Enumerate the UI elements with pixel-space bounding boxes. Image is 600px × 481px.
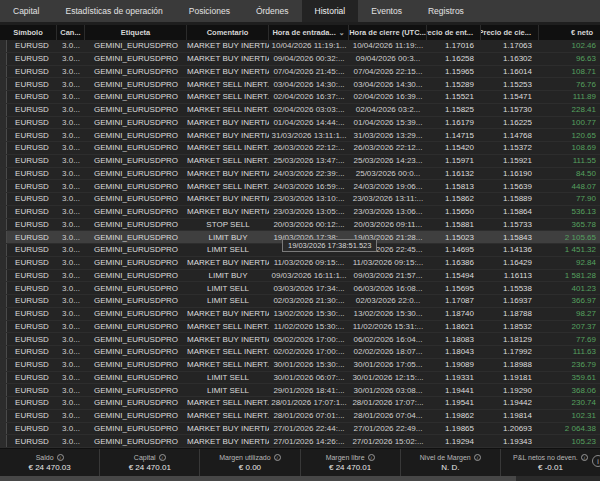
left-gutter-scrollbar[interactable] xyxy=(0,435,7,447)
status-label: Margen librei xyxy=(326,454,375,461)
table-row[interactable]: EURUSD3.0...GEMINI_EURUSDPROMARKET BUY I… xyxy=(0,129,600,142)
tab-eventos[interactable]: Eventos xyxy=(358,0,415,22)
tab-registros[interactable]: Registros xyxy=(415,0,477,22)
tab-posiciones[interactable]: Posiciones xyxy=(176,0,243,22)
cell-symbol: EURUSD xyxy=(7,335,57,344)
cell-close-price: 1.15864 xyxy=(481,207,539,216)
column-header[interactable]: Etiqueta xyxy=(85,25,187,40)
left-gutter-scrollbar[interactable] xyxy=(0,53,7,65)
table-row[interactable]: EURUSD3.0...GEMINI_EURUSDPROMARKET SELL … xyxy=(0,359,600,372)
tab-historial[interactable]: Historial xyxy=(302,0,359,22)
left-gutter-scrollbar[interactable] xyxy=(0,155,7,167)
left-gutter-scrollbar[interactable] xyxy=(0,359,7,371)
status-section-saldo: Saldoi€ 24 470.03 xyxy=(0,449,99,477)
left-gutter-scrollbar[interactable] xyxy=(0,333,7,345)
info-icon[interactable]: i xyxy=(57,454,64,461)
left-gutter-scrollbar[interactable] xyxy=(0,206,7,218)
column-header[interactable]: Hora de entrada...⌄ xyxy=(269,25,349,40)
column-header[interactable]: Precio de ent... xyxy=(427,25,481,40)
table-row[interactable]: EURUSD3.0...GEMINI_EURUSDPROLIMIT SELL30… xyxy=(0,372,600,385)
left-gutter-scrollbar[interactable] xyxy=(0,244,7,256)
left-gutter-scrollbar[interactable] xyxy=(0,423,7,435)
table-row[interactable]: EURUSD3.0...GEMINI_EURUSDPROMARKET SELL … xyxy=(0,397,600,410)
tab--rdenes[interactable]: Órdenes xyxy=(243,0,302,22)
left-gutter-scrollbar[interactable] xyxy=(0,180,7,192)
cell-close-time: 06/02/2026 16:04... xyxy=(349,335,427,344)
table-row[interactable]: EURUSD3.0...GEMINI_EURUSDPROLIMIT BUY09/… xyxy=(0,270,600,283)
table-row[interactable]: EURUSD3.0...GEMINI_EURUSDPROMARKET BUY I… xyxy=(0,423,600,436)
sort-chevron-down-icon[interactable]: ⌄ xyxy=(339,29,345,37)
left-gutter-scrollbar[interactable] xyxy=(0,193,7,205)
left-gutter-scrollbar[interactable] xyxy=(0,78,7,90)
table-row[interactable]: EURUSD3.0...GEMINI_EURUSDPROMARKET SELL … xyxy=(0,410,600,423)
table-header: SímboloCan...EtiquetaComentarioHora de e… xyxy=(0,25,600,40)
table-row[interactable]: EURUSD3.0...GEMINI_EURUSDPROMARKET BUY I… xyxy=(0,117,600,130)
horizontal-scrollbar-thumb[interactable] xyxy=(0,476,516,481)
table-row[interactable]: EURUSD3.0...GEMINI_EURUSDPROMARKET BUY I… xyxy=(0,435,600,448)
left-gutter-scrollbar[interactable] xyxy=(0,308,7,320)
left-gutter-scrollbar[interactable] xyxy=(0,295,7,307)
left-gutter-scrollbar[interactable] xyxy=(0,142,7,154)
table-row[interactable]: EURUSD3.0...GEMINI_EURUSDPROMARKET BUY I… xyxy=(0,168,600,181)
info-icon[interactable]: i xyxy=(368,454,375,461)
left-gutter-scrollbar[interactable] xyxy=(0,321,7,333)
left-gutter-scrollbar[interactable] xyxy=(0,372,7,384)
info-icon[interactable]: i xyxy=(159,454,166,461)
table-row[interactable]: EURUSD3.0...GEMINI_EURUSDPROMARKET BUY I… xyxy=(0,40,600,53)
edge-info-icon[interactable]: i xyxy=(592,455,600,467)
left-gutter-scrollbar[interactable] xyxy=(0,129,7,141)
cell-label: GEMINI_EURUSDPRO xyxy=(85,437,187,446)
column-header[interactable]: € neto xyxy=(539,25,600,40)
table-row[interactable]: EURUSD3.0...GEMINI_EURUSDPROMARKET SELL … xyxy=(0,91,600,104)
table-row[interactable]: EURUSD3.0...GEMINI_EURUSDPROMARKET SELL … xyxy=(0,142,600,155)
tab-estad-sticas-de-operaci-n[interactable]: Estadísticas de operación xyxy=(52,0,175,22)
column-header[interactable]: Símbolo xyxy=(0,25,57,40)
table-row[interactable]: EURUSD3.0...GEMINI_EURUSDPROMARKET BUY I… xyxy=(0,257,600,270)
table-row[interactable]: EURUSD3.0...GEMINI_EURUSDPROMARKET BUY I… xyxy=(0,193,600,206)
left-gutter-scrollbar[interactable] xyxy=(0,66,7,78)
table-row[interactable]: EURUSD3.0...GEMINI_EURUSDPROMARKET BUY I… xyxy=(0,53,600,66)
table-row[interactable]: EURUSD3.0...GEMINI_EURUSDPROMARKET BUY I… xyxy=(0,66,600,79)
table-row[interactable]: EURUSD3.0...GEMINI_EURUSDPROLIMIT SELL29… xyxy=(0,384,600,397)
left-gutter-scrollbar[interactable] xyxy=(0,168,7,180)
info-icon[interactable]: i xyxy=(581,454,588,461)
table-row[interactable]: EURUSD3.0...GEMINI_EURUSDPROLIMIT SELL03… xyxy=(0,282,600,295)
table-row[interactable]: EURUSD3.0...GEMINI_EURUSDPROMARKET BUY I… xyxy=(0,333,600,346)
cell-label: GEMINI_EURUSDPRO xyxy=(85,169,187,178)
column-header[interactable]: Precio de cie... xyxy=(481,25,539,40)
left-gutter-scrollbar[interactable] xyxy=(0,257,7,269)
cell-close-price: 1.17063 xyxy=(481,41,539,50)
left-gutter-scrollbar[interactable] xyxy=(0,384,7,396)
left-gutter-scrollbar[interactable] xyxy=(0,410,7,422)
horizontal-scrollbar[interactable] xyxy=(0,476,600,481)
left-gutter-scrollbar[interactable] xyxy=(0,397,7,409)
left-gutter-scrollbar[interactable] xyxy=(0,270,7,282)
info-icon[interactable]: i xyxy=(274,454,281,461)
table-row[interactable]: EURUSD3.0...GEMINI_EURUSDPROMARKET SELL … xyxy=(0,104,600,117)
cell-close-time: 03/04/2026 14:30... xyxy=(349,80,427,89)
tab-capital[interactable]: Capital xyxy=(0,0,52,22)
left-gutter-scrollbar[interactable] xyxy=(0,91,7,103)
column-header[interactable]: Hora de cierre (UTC... xyxy=(349,25,427,40)
table-row[interactable]: EURUSD3.0...GEMINI_EURUSDPROMARKET SELL … xyxy=(0,78,600,91)
cell-close-time: 31/03/2026 13:29... xyxy=(349,131,427,140)
left-gutter-scrollbar[interactable] xyxy=(0,40,7,52)
cell-close-price: 1.19181 xyxy=(481,373,539,382)
table-row[interactable]: EURUSD3.0...GEMINI_EURUSDPROMARKET SELL … xyxy=(0,321,600,334)
column-header[interactable]: Can... xyxy=(57,25,85,40)
info-icon[interactable]: i xyxy=(474,454,481,461)
table-row[interactable]: EURUSD3.0...GEMINI_EURUSDPROMARKET SELL … xyxy=(0,180,600,193)
table-row[interactable]: EURUSD3.0...GEMINI_EURUSDPROSTOP SELL20/… xyxy=(0,219,600,232)
left-gutter-scrollbar[interactable] xyxy=(0,219,7,231)
table-row[interactable]: EURUSD3.0...GEMINI_EURUSDPROMARKET SELL … xyxy=(0,155,600,168)
left-gutter-scrollbar[interactable] xyxy=(0,231,7,243)
left-gutter-scrollbar[interactable] xyxy=(0,346,7,358)
left-gutter-scrollbar[interactable] xyxy=(0,117,7,129)
left-gutter-scrollbar[interactable] xyxy=(0,104,7,116)
table-row[interactable]: EURUSD3.0...GEMINI_EURUSDPROLIMIT SELL02… xyxy=(0,295,600,308)
table-row[interactable]: EURUSD3.0...GEMINI_EURUSDPROMARKET BUY I… xyxy=(0,308,600,321)
left-gutter-scrollbar[interactable] xyxy=(0,282,7,294)
column-header[interactable]: Comentario xyxy=(187,25,269,40)
table-row[interactable]: EURUSD3.0...GEMINI_EURUSDPROMARKET BUY I… xyxy=(0,206,600,219)
table-row[interactable]: EURUSD3.0...GEMINI_EURUSDPROMARKET SELL … xyxy=(0,346,600,359)
